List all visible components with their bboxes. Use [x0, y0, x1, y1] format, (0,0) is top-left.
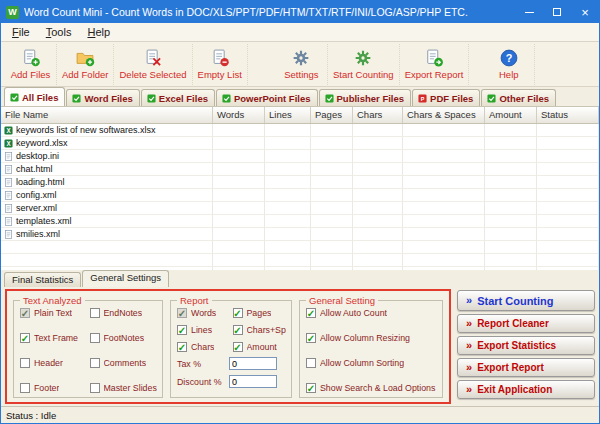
toolbar-settings[interactable]: Settings [276, 44, 328, 85]
table-row[interactable]: desktop.ini [1, 150, 599, 163]
checkbox-allow-column-resizing[interactable]: ✓Allow Column Resizing [306, 333, 437, 343]
tab-label: PowerPoint Files [234, 93, 311, 104]
report-options: ✓Words✓Pages✓Lines✓Chars+Space✓Chars✓Amo… [177, 308, 286, 352]
tab-pdf-files[interactable]: PPDF Files [412, 89, 480, 106]
column-header-pages[interactable]: Pages [311, 107, 353, 123]
tab-all-files[interactable]: All Files [4, 87, 65, 106]
checkbox-amount[interactable]: ✓Amount [233, 342, 287, 352]
toolbar-delete-selected[interactable]: Delete Selected [114, 44, 192, 85]
table-row[interactable]: templates.xml [1, 215, 599, 228]
checkbox-endnotes[interactable]: EndNotes [90, 308, 158, 318]
column-header-lines[interactable]: Lines [265, 107, 311, 123]
cell [485, 202, 537, 215]
menu-file[interactable]: File [4, 24, 38, 40]
table-row[interactable]: Xkeywords list of new softwares.xlsx [1, 124, 599, 137]
cell [213, 189, 265, 202]
toolbar-add-files[interactable]: Add Files [5, 44, 57, 85]
checkbox-chars-space[interactable]: ✓Chars+Space [233, 325, 287, 335]
column-header-words[interactable]: Words [213, 107, 265, 123]
table-row[interactable]: config.xml [1, 189, 599, 202]
file-name: templates.xml [16, 216, 72, 226]
checkbox-footnotes[interactable]: FootNotes [90, 333, 158, 343]
checkbox-footer[interactable]: Footer [20, 383, 88, 393]
tab-other-files[interactable]: Other Files [481, 89, 556, 106]
add-files-icon [21, 48, 41, 68]
file-name: desktop.ini [16, 151, 59, 161]
toolbar-export-report[interactable]: Export Report [400, 44, 470, 85]
checkbox-allow-auto-count[interactable]: ✓Allow Auto Count [306, 308, 437, 318]
cell [311, 215, 353, 228]
chevrons-icon: » [466, 340, 472, 351]
table-row[interactable]: Xkeyword.xlsx [1, 137, 599, 150]
checkbox-label: FootNotes [104, 333, 145, 343]
file-type-tabs: All FilesWord FilesExcel FilesPowerPoint… [1, 87, 599, 106]
button-exit-application[interactable]: »Exit Application [457, 380, 595, 399]
cell [213, 176, 265, 189]
button-export-statistics[interactable]: »Export Statistics [457, 336, 595, 355]
cell [485, 189, 537, 202]
file-name-cell: server.xml [1, 202, 213, 215]
minimize-button[interactable] [515, 1, 543, 23]
cell [1, 254, 213, 267]
file-name-cell: templates.xml [1, 215, 213, 228]
cell [265, 163, 311, 176]
cell [403, 150, 485, 163]
column-header-chars[interactable]: Chars [353, 107, 403, 123]
toolbar-empty-list[interactable]: Empty List [193, 44, 248, 85]
tax-input[interactable] [229, 357, 277, 370]
settings-panel: Text Analyzed ✓Plain TextEndNotes✓Text F… [5, 289, 451, 404]
checkbox-chars[interactable]: ✓Chars [177, 342, 231, 352]
start-counting-icon [353, 48, 373, 68]
table-row[interactable]: smilies.xml [1, 228, 599, 241]
button-label: Export Statistics [477, 340, 556, 351]
checkbox-words[interactable]: ✓Words [177, 308, 231, 318]
tab-excel-files[interactable]: Excel Files [141, 89, 215, 106]
table-row[interactable]: loading.html [1, 176, 599, 189]
checked-box-icon: ✓ [20, 333, 30, 343]
table-row[interactable]: server.xml [1, 202, 599, 215]
column-header-status[interactable]: Status [537, 107, 599, 123]
cell [537, 137, 599, 150]
button-export-report[interactable]: »Export Report [457, 358, 595, 377]
checkbox-pages[interactable]: ✓Pages [233, 308, 287, 318]
tab-final-statistics[interactable]: Final Statistics [4, 272, 81, 287]
checkbox-plain-text[interactable]: ✓Plain Text [20, 308, 88, 318]
unchecked-box-icon [90, 358, 100, 368]
cell [403, 241, 485, 254]
toolbar-start-counting[interactable]: Start Counting [328, 44, 400, 85]
cell [537, 228, 599, 241]
menu-help[interactable]: Help [79, 24, 118, 40]
checkbox-label: Words [191, 308, 216, 318]
column-header-chars-spaces[interactable]: Chars & Spaces [403, 107, 485, 123]
toolbar-help[interactable]: ?Help [483, 44, 535, 85]
checkbox-comments[interactable]: Comments [90, 358, 158, 368]
file-name-cell: loading.html [1, 176, 213, 189]
menu-tools[interactable]: Tools [38, 24, 80, 40]
discount-input[interactable] [229, 375, 277, 388]
checkbox-label: Header [34, 358, 63, 368]
file-name: loading.html [16, 177, 65, 187]
column-header-file-name[interactable]: File Name [1, 107, 213, 123]
checkbox-show-search-load-options-to-add-folders[interactable]: ✓Show Search & Load Options to Add Folde… [306, 383, 437, 393]
checkbox-master-slides[interactable]: Master Slides [90, 383, 158, 393]
button-start-counting[interactable]: »Start Counting [457, 290, 595, 311]
tab-publisher-files[interactable]: Publisher Files [319, 89, 412, 106]
column-header-amount[interactable]: Amount [485, 107, 537, 123]
toolbar-add-folder[interactable]: Add Folder [57, 44, 114, 85]
tab-general-settings[interactable]: General Settings [82, 270, 169, 287]
checkbox-label: Footer [34, 383, 59, 393]
button-report-cleaner[interactable]: »Report Cleaner [457, 314, 595, 333]
checkbox-text-frame[interactable]: ✓Text Frame [20, 333, 88, 343]
tab-powerpoint-files[interactable]: PowerPoint Files [216, 89, 318, 106]
table-row[interactable]: chat.html [1, 163, 599, 176]
status-bar: Status : Idle [1, 406, 599, 423]
pdf-tab-icon: P [418, 94, 427, 103]
tab-word-files[interactable]: Word Files [66, 89, 139, 106]
checkbox-allow-column-sorting[interactable]: Allow Column Sorting [306, 358, 437, 368]
cell [403, 215, 485, 228]
checkbox-header[interactable]: Header [20, 358, 88, 368]
maximize-button[interactable] [543, 1, 571, 23]
cell [353, 215, 403, 228]
checkbox-lines[interactable]: ✓Lines [177, 325, 231, 335]
close-button[interactable]: × [571, 1, 599, 23]
